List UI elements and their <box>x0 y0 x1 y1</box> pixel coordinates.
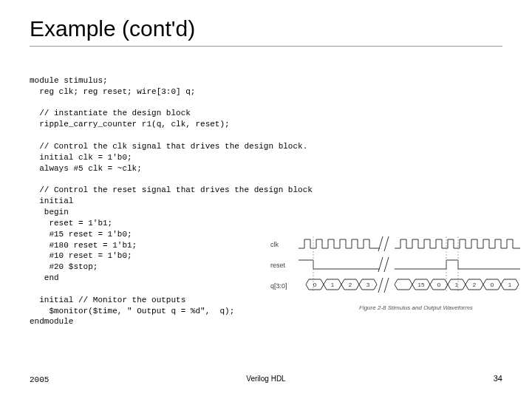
svg-text:15: 15 <box>418 282 425 288</box>
code-line: #20 $stop; <box>30 262 98 271</box>
svg-text:0: 0 <box>313 282 317 288</box>
footer-year: 2005 <box>30 375 49 384</box>
waveform-label-clk: clk <box>270 241 279 248</box>
svg-text:1: 1 <box>331 282 335 288</box>
code-line: reg clk; reg reset; wire[3:0] q; <box>30 87 195 96</box>
svg-line-1 <box>384 236 389 251</box>
svg-text:3: 3 <box>366 282 370 288</box>
code-line: $monitor($time, " Output q = %d", q); <box>30 307 234 316</box>
waveform-caption: Figure 2-8 Stimulus and Output Waveforms <box>359 304 473 311</box>
code-line: initial <box>30 197 73 205</box>
code-line: always #5 clk = ~clk; <box>30 164 142 173</box>
waveform-label-q: q[3:0] <box>270 282 287 290</box>
footer-center: Verilog HDL <box>246 375 285 383</box>
code-line: // Control the reset signal that drives … <box>30 185 313 194</box>
code-line: module stimulus; <box>30 76 108 85</box>
footer-page-number: 34 <box>494 374 502 383</box>
code-line: initial // Monitor the outputs <box>30 296 185 304</box>
svg-line-0 <box>378 236 383 251</box>
code-line: begin <box>30 208 69 216</box>
waveform-figure: clk reset q[3:0] 01231501201 Figure 2-8 <box>270 236 522 318</box>
code-line: reset = 1'b1; <box>30 219 112 228</box>
code-line: #180 reset = 1'b1; <box>30 241 137 250</box>
code-line: end <box>30 273 59 282</box>
svg-line-17 <box>378 278 383 293</box>
code-line: #10 reset = 1'b0; <box>30 251 132 260</box>
svg-text:0: 0 <box>437 282 441 288</box>
slide-container: Example (cont'd) module stimulus; reg cl… <box>0 0 532 399</box>
svg-text:1: 1 <box>508 282 512 288</box>
slide-title: Example (cont'd) <box>30 16 502 41</box>
svg-text:2: 2 <box>473 282 477 288</box>
svg-line-3 <box>384 257 389 272</box>
svg-line-2 <box>378 257 383 272</box>
svg-line-18 <box>384 278 389 293</box>
title-underline <box>30 46 502 47</box>
waveform-svg: 01231501201 <box>299 236 520 303</box>
waveform-label-reset: reset <box>270 262 285 269</box>
code-line: endmodule <box>30 317 73 326</box>
code-line: // Control the clk signal that drives th… <box>30 142 307 151</box>
code-line: ripple_carry_counter r1(q, clk, reset); <box>30 120 230 129</box>
svg-text:1: 1 <box>455 282 459 288</box>
code-line: // instantiate the design block <box>30 109 191 117</box>
code-line: #15 reset = 1'b0; <box>30 230 132 239</box>
svg-text:0: 0 <box>491 282 494 288</box>
svg-text:2: 2 <box>349 282 352 288</box>
code-line: initial clk = 1'b0; <box>30 153 132 162</box>
